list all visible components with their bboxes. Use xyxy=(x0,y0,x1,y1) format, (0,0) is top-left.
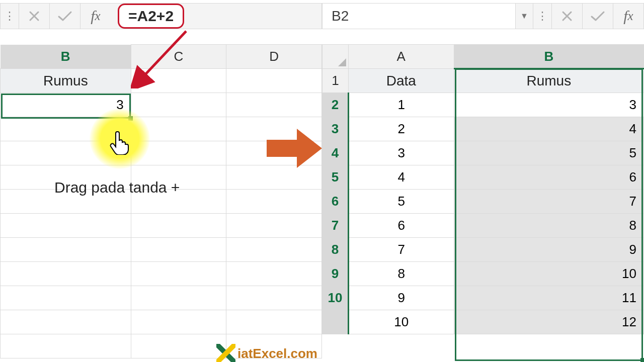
cell[interactable] xyxy=(226,262,322,286)
cell[interactable] xyxy=(226,286,322,310)
formula-bar-right: B2 ▼ ⋮ fx xyxy=(322,3,644,29)
cell[interactable] xyxy=(226,238,322,262)
cell-A1[interactable]: Data xyxy=(348,69,454,93)
cell[interactable]: 3 xyxy=(348,141,454,165)
cell[interactable]: 11 xyxy=(454,286,643,310)
name-box[interactable]: B2 xyxy=(323,4,516,29)
cell[interactable] xyxy=(226,214,322,238)
cancel-button[interactable] xyxy=(19,4,49,29)
fill-handle[interactable] xyxy=(128,116,133,121)
cell[interactable] xyxy=(131,141,226,165)
row-header[interactable]: 5 xyxy=(323,165,349,190)
column-header-row: A B xyxy=(323,45,644,69)
cell[interactable] xyxy=(1,117,131,141)
cell[interactable] xyxy=(1,262,131,286)
formula-input[interactable]: =A2+2 xyxy=(118,4,184,29)
cell-B2[interactable]: 3 xyxy=(1,93,131,117)
x-icon xyxy=(28,10,40,22)
cell[interactable] xyxy=(1,141,131,165)
row-header[interactable]: 1 xyxy=(323,69,349,93)
cell[interactable] xyxy=(1,310,131,334)
fbar-grip-icon: ⋮ xyxy=(533,4,551,29)
cell[interactable]: 5 xyxy=(454,141,643,165)
cell[interactable]: 10 xyxy=(454,262,643,286)
cell[interactable] xyxy=(1,286,131,310)
formula-bar-left: ⋮ fx =A2+2 xyxy=(0,3,322,29)
fbar-grip-icon: ⋮ xyxy=(1,4,19,29)
watermark-text: iatExcel.com xyxy=(237,346,317,361)
fx-icon[interactable]: fx xyxy=(80,4,111,29)
cell[interactable] xyxy=(131,117,226,141)
check-icon xyxy=(57,10,72,22)
cell[interactable]: 9 xyxy=(348,286,454,310)
cell-B1[interactable]: Rumus xyxy=(1,69,131,93)
enter-button[interactable] xyxy=(50,4,80,29)
drag-hint-label: Drag pada tanda + xyxy=(54,179,180,196)
cell[interactable]: 8 xyxy=(454,214,643,238)
cell[interactable] xyxy=(226,69,322,93)
cell[interactable] xyxy=(131,93,226,117)
cell[interactable]: 7 xyxy=(348,238,454,262)
row-header[interactable]: 6 xyxy=(323,190,349,214)
cell-B1[interactable]: Rumus xyxy=(454,69,643,93)
col-header-C[interactable]: C xyxy=(131,45,226,69)
cell[interactable] xyxy=(226,117,322,141)
enter-button[interactable] xyxy=(583,4,613,29)
col-header-A[interactable]: A xyxy=(348,45,454,69)
col-header-B[interactable]: B xyxy=(1,45,131,69)
cell[interactable] xyxy=(226,165,322,190)
cell[interactable]: 12 xyxy=(454,310,643,334)
column-header-row: B C D xyxy=(1,45,322,69)
cell[interactable]: 5 xyxy=(348,190,454,214)
worksheet-right[interactable]: A B 1 Data Rumus 2 1 3 3 2 4 4 3 5 5 4 6… xyxy=(322,44,644,334)
cell[interactable] xyxy=(226,141,322,165)
row-header[interactable] xyxy=(323,310,349,334)
cell[interactable] xyxy=(131,310,226,334)
cell[interactable] xyxy=(226,190,322,214)
cell[interactable] xyxy=(131,238,226,262)
fx-icon[interactable]: fx xyxy=(613,4,643,29)
worksheet-left[interactable]: B C D Rumus 3 xyxy=(0,44,322,358)
cell[interactable] xyxy=(131,214,226,238)
cell[interactable] xyxy=(226,310,322,334)
watermark: iatExcel.com xyxy=(216,344,317,362)
col-header-D[interactable]: D xyxy=(226,45,322,69)
row-header[interactable]: 3 xyxy=(323,117,349,141)
cell[interactable] xyxy=(1,214,131,238)
row-header[interactable]: 10 xyxy=(323,286,349,310)
cell[interactable]: 2 xyxy=(348,117,454,141)
excel-x-icon xyxy=(216,344,235,362)
cancel-button[interactable] xyxy=(552,4,582,29)
cell[interactable]: 9 xyxy=(454,238,643,262)
cell-B2[interactable]: 3 xyxy=(454,93,643,117)
select-all-corner[interactable] xyxy=(323,45,349,69)
row-header[interactable]: 7 xyxy=(323,214,349,238)
cell[interactable] xyxy=(131,262,226,286)
fill-handle[interactable] xyxy=(640,358,644,362)
row-header[interactable]: 4 xyxy=(323,141,349,165)
cell[interactable] xyxy=(1,334,131,358)
cell[interactable]: 1 xyxy=(348,93,454,117)
namebox-dropdown[interactable]: ▼ xyxy=(516,4,533,29)
cell[interactable] xyxy=(131,334,226,358)
x-icon xyxy=(561,10,573,22)
cell[interactable]: 4 xyxy=(454,117,643,141)
cell[interactable] xyxy=(131,69,226,93)
cell[interactable]: 4 xyxy=(348,165,454,190)
cell[interactable] xyxy=(1,238,131,262)
cell[interactable] xyxy=(131,286,226,310)
cell[interactable]: 10 xyxy=(348,310,454,334)
cell[interactable]: 6 xyxy=(454,165,643,190)
check-icon xyxy=(590,10,605,22)
row-header[interactable]: 8 xyxy=(323,238,349,262)
cell[interactable] xyxy=(226,93,322,117)
row-header[interactable]: 9 xyxy=(323,262,349,286)
row-header[interactable]: 2 xyxy=(323,93,349,117)
cell[interactable]: 7 xyxy=(454,190,643,214)
cell[interactable]: 8 xyxy=(348,262,454,286)
cell[interactable]: 6 xyxy=(348,214,454,238)
col-header-B[interactable]: B xyxy=(454,45,643,69)
